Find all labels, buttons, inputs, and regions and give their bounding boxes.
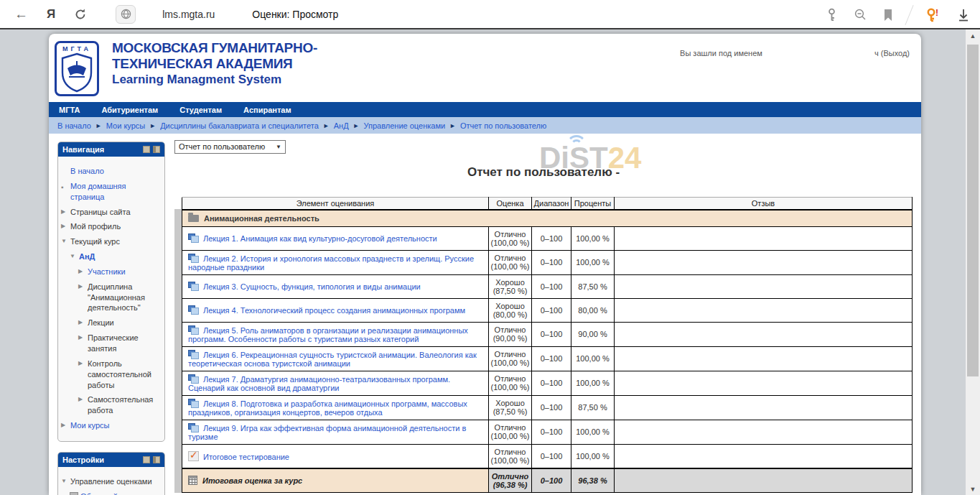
grade-item-link[interactable]: Лекция 6. Рекреационная сущность туристс… — [188, 351, 477, 368]
topnav-item[interactable]: Аспирантам — [243, 106, 291, 114]
download-icon[interactable] — [957, 8, 970, 22]
navigation-item: ▼Текущий курс — [61, 236, 162, 247]
omnibox-edge — [905, 4, 913, 24]
block-collapse-icon[interactable] — [143, 146, 150, 153]
category-label: Анимационная деятельность — [204, 214, 319, 223]
site-header: МГТА МОСКОВСКАЯ ГУМАНИТАРНО- ТЕХНИЧЕСКАЯ… — [49, 34, 921, 102]
navigation-item: ▶Практические занятия — [61, 333, 162, 354]
expanded-icon[interactable]: ▼ — [61, 476, 70, 487]
percent-cell: 100,00 % — [571, 420, 615, 444]
breadcrumb-item[interactable]: Мои курсы — [106, 121, 145, 130]
range-cell: 0–100 — [532, 274, 571, 298]
grade-item-link[interactable]: Лекция 1. Анимация как вид культурно-дос… — [203, 234, 437, 243]
collapsed-icon[interactable]: ▶ — [78, 318, 88, 328]
block-dock-icon[interactable] — [153, 456, 160, 463]
navigation-item: ▼АнД — [61, 251, 162, 262]
range-cell: 0–100 — [532, 322, 571, 346]
breadcrumb-item[interactable]: Отчет по пользователю — [460, 121, 546, 130]
refresh-icon[interactable] — [74, 8, 87, 21]
topnav: МГТААбитуриентамСтудентамАспирантам — [49, 102, 921, 117]
url-domain[interactable]: lms.mgta.ru — [162, 9, 215, 20]
grade-item-link[interactable]: Лекция 9. Игра как эффективная форма ани… — [188, 424, 466, 441]
collapsed-icon[interactable]: ▶ — [78, 267, 88, 277]
range-cell: 0–100 — [532, 468, 571, 493]
expanded-icon[interactable]: ▼ — [70, 251, 79, 262]
browser-toolbar: ← Я lms.mgta.ru Оценки: Просмотр ! — [0, 0, 980, 29]
collapsed-icon[interactable]: ▶ — [78, 394, 88, 416]
scrollbar[interactable]: ▲ ▼ — [966, 29, 980, 495]
bookmark-icon[interactable] — [883, 9, 893, 22]
sidebar-link[interactable]: В начало — [70, 166, 104, 177]
grade-item-link[interactable]: Лекция 3. Сущность, функция, типология и… — [203, 282, 421, 291]
block-dock-icon[interactable] — [153, 146, 160, 153]
brand-line2: ТЕХНИЧЕСКАЯ АКАДЕМИЯ — [112, 56, 317, 72]
site-globe-icon[interactable] — [116, 5, 136, 24]
navigation-item: ▶Лекции — [61, 318, 162, 328]
report-select-value: Отчет по пользователю — [179, 142, 265, 151]
protect-key-icon[interactable]: ! — [925, 7, 941, 23]
column-header: Отзыв — [615, 197, 913, 210]
topnav-item[interactable]: МГТА — [59, 106, 80, 114]
lesson-icon — [188, 254, 199, 263]
range-cell: 0–100 — [532, 250, 571, 274]
navigation-item: ▶Страницы сайта — [61, 207, 162, 218]
percent-cell: 100,00 % — [571, 226, 615, 250]
collapsed-icon[interactable]: ▶ — [78, 333, 88, 354]
back-icon[interactable]: ← — [14, 7, 28, 21]
feedback-cell — [615, 250, 913, 274]
topnav-item[interactable]: Абитуриентам — [101, 106, 158, 114]
sidebar-link[interactable]: Моя домашняя страница — [70, 181, 162, 203]
collapsed-icon[interactable]: ▶ — [61, 207, 70, 218]
collapsed-icon[interactable]: ▶ — [61, 221, 70, 232]
collapsed-icon[interactable]: ▶ — [78, 282, 88, 314]
scroll-up-icon[interactable]: ▲ — [966, 32, 980, 40]
no-marker — [61, 166, 70, 177]
sidebar-link[interactable]: Обзорный отчет — [80, 491, 139, 495]
grade-item-cell: Лекция 4. Технологический процесс создан… — [182, 298, 489, 322]
table-row: Лекция 4. Технологический процесс создан… — [182, 298, 913, 322]
percent-cell: 90,00 % — [571, 322, 615, 346]
topnav-item[interactable]: Студентам — [179, 106, 222, 114]
grade-item-link[interactable]: Лекция 7. Драматургия анимационно-театра… — [188, 375, 450, 392]
login-prefix: Вы зашли под именем — [680, 49, 762, 57]
collapsed-icon[interactable]: ▶ — [78, 358, 88, 391]
expanded-icon[interactable]: ▼ — [61, 236, 70, 247]
breadcrumb-separator: ► — [95, 122, 102, 129]
yandex-icon[interactable]: Я — [47, 8, 55, 20]
scroll-down-icon[interactable]: ▼ — [966, 486, 980, 493]
zoom-page-icon[interactable] — [854, 8, 867, 22]
percent-cell: 87,50 % — [571, 395, 615, 420]
sidebar-link[interactable]: АнД — [79, 251, 95, 262]
table-row: Лекция 3. Сущность, функция, типология и… — [182, 274, 913, 298]
breadcrumb-item[interactable]: Дисциплины бакалавриата и специалитета — [160, 121, 319, 130]
breadcrumb-item[interactable]: АнД — [334, 121, 349, 130]
sidebar-link[interactable]: Мои курсы — [70, 420, 109, 431]
grade-table-wrap: Элемент оцениванияОценкаДиапазонПроценты… — [182, 197, 913, 493]
sidebar-link: Лекции — [88, 318, 114, 328]
grade-item-link[interactable]: Лекция 5. Роль аниматоров в организации … — [188, 326, 468, 343]
grade-item-link[interactable]: Лекция 4. Технологический процесс создан… — [203, 306, 465, 315]
breadcrumb-item[interactable]: Управление оценками — [364, 121, 446, 130]
logout-link[interactable]: ч (Выход) — [874, 49, 910, 57]
grade-report: Отчет по пользователю ▼ Отчет по пользов… — [174, 139, 913, 493]
grade-item-link[interactable]: Лекция 8. Подготовка и разработка анимац… — [188, 399, 467, 417]
block-collapse-icon[interactable] — [143, 456, 150, 463]
settings-item: Обзорный отчет — [61, 491, 162, 495]
check-icon: ✓ — [190, 449, 198, 461]
breadcrumb-item[interactable]: В начало — [57, 121, 91, 130]
scrollbar-thumb[interactable] — [967, 45, 979, 376]
grade-item-link[interactable]: Лекция 2. История и хронология массовых … — [188, 254, 474, 272]
feedback-cell — [615, 444, 913, 468]
percent-cell: 96,38 % — [571, 468, 615, 493]
total-row: Итоговая оценка за курсОтлично (96,38 %)… — [182, 468, 913, 493]
lesson-icon — [188, 325, 199, 335]
range-cell: 0–100 — [532, 371, 571, 395]
settings-item: ▼Управление оценками — [61, 476, 162, 487]
grade-item-link[interactable]: Итоговое тестирование — [203, 453, 289, 461]
collapsed-icon[interactable]: ▶ — [61, 420, 70, 431]
feedback-cell — [615, 371, 913, 395]
sidebar-link[interactable]: Участники — [88, 267, 126, 277]
grade-item-cell: Лекция 1. Анимация как вид культурно-дос… — [182, 226, 489, 250]
report-type-select[interactable]: Отчет по пользователю ▼ — [174, 140, 286, 154]
password-key-icon[interactable] — [826, 8, 838, 22]
